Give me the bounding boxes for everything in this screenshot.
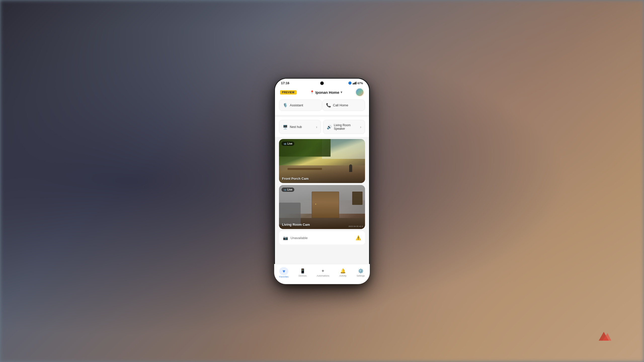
front-porch-live-label: Live: [287, 142, 292, 145]
nest-hub-card[interactable]: 🖥️ Nest hub ›: [279, 120, 321, 134]
heart-icon: ♥: [283, 269, 285, 274]
living-room-speaker-card[interactable]: 🔊 Living Room Speaker ›: [323, 120, 365, 134]
camera-notch: [320, 81, 324, 85]
devices-icon: 📱: [300, 268, 305, 274]
nest-hub-content: 🖥️ Nest hub: [283, 125, 316, 129]
avatar-image: [355, 88, 364, 97]
nav-devices[interactable]: 📱 Devices: [297, 267, 309, 278]
watermark-logo: [596, 329, 611, 342]
app-header: PREVIEW 📍 Iponan Home ▾: [275, 86, 369, 100]
nav-settings-label: Settings: [356, 275, 365, 277]
living-room-speaker-label: Living Room Speaker: [334, 123, 360, 130]
living-room-preview: 📹 Live Living Room Cam 2023 04 05 42 6: [279, 185, 365, 229]
device-grid: 🖥️ Nest hub › 🔊 Living Room Speaker ›: [275, 117, 369, 137]
assistant-button[interactable]: 🎙️ Assistant: [279, 100, 322, 111]
living-room-cam-label: Living Room Cam: [282, 223, 310, 227]
chevron-down-icon: ▾: [341, 90, 342, 94]
speaker-icon: 🔊: [327, 125, 332, 129]
bottom-navigation: ♥ Favorites 📱 Devices ✦ Automations 🔔 Ac…: [275, 264, 369, 283]
speaker-arrow: ›: [360, 125, 361, 129]
unavailable-left: 📷 Unavailable: [283, 236, 308, 240]
preview-badge: PREVIEW: [280, 90, 297, 95]
home-selector[interactable]: 📍 Iponan Home ▾: [310, 90, 342, 95]
nest-hub-label: Nest hub: [290, 125, 302, 129]
nav-favorites-pill: ♥: [279, 267, 288, 275]
phone-icon: 📞: [326, 103, 331, 108]
warning-icon: ⚠️: [355, 235, 361, 241]
nav-automations-label: Automations: [317, 275, 329, 277]
bell-icon: 🔔: [340, 268, 346, 274]
living-room-camera-feed[interactable]: 📹 Live Living Room Cam 2023 04 05 42 6: [279, 185, 365, 229]
automations-icon: ✦: [321, 268, 325, 274]
home-name: Iponan Home: [315, 90, 339, 95]
battery-text: 67%: [357, 82, 363, 85]
front-porch-live-badge: 📹 Live: [281, 142, 294, 146]
wifi-icon: 🔵: [348, 81, 352, 85]
camera-off-icon: 📷: [283, 236, 288, 240]
camera-video-icon-2: 📹: [284, 189, 286, 191]
assistant-label: Assistant: [290, 103, 303, 107]
nav-favorites[interactable]: ♥ Favorites: [277, 266, 291, 279]
living-room-live-label: Live: [287, 188, 292, 191]
nav-automations[interactable]: ✦ Automations: [315, 267, 331, 278]
main-content: 🎙️ Assistant 📞 Call Home 🖥️ Nest hub ›: [275, 100, 369, 283]
location-icon: 📍: [310, 90, 314, 94]
status-icons: 🔵 67%: [348, 81, 363, 85]
nav-activity-label: Activity: [339, 275, 347, 277]
call-home-label: Call Home: [333, 103, 348, 107]
nav-activity[interactable]: 🔔 Activity: [337, 267, 349, 278]
phone-device: 17:16 🔵 67% PREVIEW 📍 Iponan H: [274, 78, 370, 284]
display-icon: 🖥️: [283, 125, 288, 129]
phone-screen: 17:16 🔵 67% PREVIEW 📍 Iponan H: [275, 79, 369, 283]
gear-icon: ⚙️: [358, 268, 364, 274]
timestamp: 2023 04 05 42 6: [348, 225, 363, 228]
nav-favorites-label: Favorites: [279, 276, 289, 278]
status-time: 17:16: [281, 81, 289, 85]
call-home-button[interactable]: 📞 Call Home: [322, 100, 365, 111]
unavailable-camera-card[interactable]: 📷 Unavailable ⚠️: [279, 231, 365, 245]
watermark: [596, 329, 611, 342]
user-avatar[interactable]: [355, 88, 364, 97]
front-porch-camera-feed[interactable]: 📹 Live Front Porch Cam: [279, 139, 365, 183]
unavailable-label: Unavailable: [291, 236, 308, 240]
nest-hub-arrow: ›: [316, 125, 317, 129]
living-room-live-badge: 📹 Live: [281, 188, 294, 192]
camera-video-icon: 📹: [284, 143, 286, 145]
speaker-content: 🔊 Living Room Speaker: [327, 123, 360, 130]
quick-actions-grid: 🎙️ Assistant 📞 Call Home: [275, 100, 369, 115]
signal-icon: [353, 82, 356, 84]
microphone-icon: 🎙️: [283, 103, 288, 108]
front-porch-preview: 📹 Live Front Porch Cam: [279, 139, 365, 183]
nav-settings[interactable]: ⚙️ Settings: [354, 267, 367, 278]
front-porch-cam-label: Front Porch Cam: [282, 177, 308, 180]
nav-devices-label: Devices: [299, 275, 307, 277]
